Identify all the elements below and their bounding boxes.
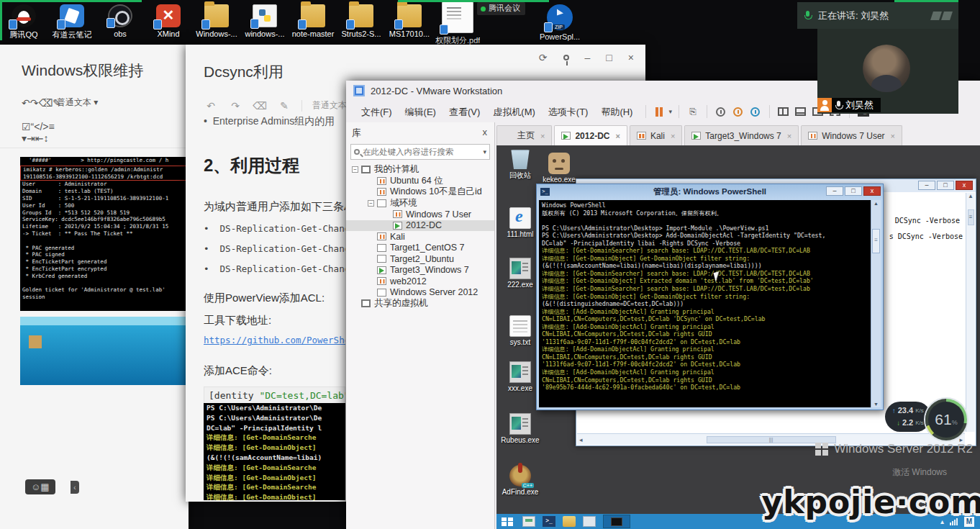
- keyboard-icon[interactable]: ▦: [40, 481, 49, 492]
- redo-icon[interactable]: ↷: [30, 97, 39, 109]
- vm-tab[interactable]: Target3_Windows 7 ×: [684, 125, 799, 145]
- library-tree-item[interactable]: web2012: [346, 276, 494, 287]
- menu-item[interactable]: 帮助(H): [594, 104, 639, 120]
- desktop-icon[interactable]: obs: [98, 4, 142, 38]
- powershell-titlebar[interactable]: >_ 管理员: Windows PowerShell – □ x: [537, 184, 883, 199]
- powershell-window[interactable]: >_ 管理员: Windows PowerShell – □ x Windows…: [536, 184, 884, 410]
- show-library-icon[interactable]: [776, 105, 791, 118]
- library-tree-item[interactable]: Ubuntu 64 位: [346, 176, 494, 187]
- desktop-icon[interactable]: 有道云笔记: [50, 4, 94, 40]
- library-tree-item[interactable]: − 域环境: [346, 198, 494, 209]
- tree-toggle-icon[interactable]: −: [352, 166, 358, 173]
- start-button[interactable]: [499, 516, 515, 528]
- vm-screen[interactable]: 回收站 kekeo.exe 111.html 222.exe: [496, 145, 980, 529]
- pause-vm-button[interactable]: [653, 105, 666, 119]
- maximize-icon[interactable]: □: [845, 186, 862, 196]
- meeting-running-badge[interactable]: 腾讯会议: [477, 2, 525, 15]
- close-icon[interactable]: x: [863, 186, 881, 196]
- code-icon[interactable]: </>: [34, 121, 48, 132]
- console-view-icon[interactable]: [794, 105, 808, 118]
- server-manager-icon[interactable]: [522, 516, 535, 527]
- undo-icon[interactable]: ↶: [22, 97, 30, 109]
- net-speed-badge[interactable]: ↑23.4K/s ↓2.2K/s: [885, 402, 931, 432]
- tab-close-icon[interactable]: ×: [615, 132, 620, 140]
- vm-tab[interactable]: 2012-DC ×: [554, 125, 627, 145]
- desktop-icon[interactable]: windows-...: [242, 4, 287, 38]
- desktop-icon[interactable]: 权限划分.pdf: [435, 4, 480, 46]
- library-tree-item[interactable]: 共享的虚拟机: [346, 298, 494, 309]
- close-icon[interactable]: x: [956, 181, 973, 190]
- menu-item[interactable]: 选项卡(T): [542, 104, 595, 120]
- eraser-icon[interactable]: ⌫: [253, 100, 267, 112]
- paragraph-style-select[interactable]: 普通文本 ▾: [57, 96, 98, 109]
- library-tree-item[interactable]: Windows 7 User: [346, 209, 494, 220]
- library-tree-item[interactable]: Target2_Ubuntu: [346, 253, 494, 265]
- library-tree-item[interactable]: Windows 10不是自己id: [346, 186, 494, 198]
- vm-desktop-icon[interactable]: 222.exe: [501, 258, 540, 289]
- library-tree-item[interactable]: Windows Server 2012: [346, 287, 494, 299]
- vm-desktop-icon[interactable]: AdFind.exe: [501, 465, 540, 496]
- pause-dropdown-icon[interactable]: ▾: [668, 108, 672, 115]
- library-tree-item[interactable]: Target1_CentOS 7: [346, 243, 494, 254]
- window-app-icon[interactable]: [583, 516, 596, 527]
- minimize-icon[interactable]: –: [585, 52, 591, 63]
- library-tree-item[interactable]: − 我的计算机: [346, 164, 494, 176]
- outdent-icon[interactable]: ⇤: [35, 132, 44, 144]
- pin-icon[interactable]: [563, 55, 569, 60]
- menu-item[interactable]: 文件(F): [355, 104, 399, 120]
- maximize-icon[interactable]: □: [937, 181, 954, 190]
- vm-desktop-icon[interactable]: 111.html: [501, 207, 540, 238]
- minimize-icon[interactable]: –: [826, 186, 843, 196]
- menu-item[interactable]: 查看(V): [443, 104, 486, 120]
- vm-desktop-icon[interactable]: kekeo.exe: [540, 153, 579, 184]
- snapshot-take-icon[interactable]: [714, 105, 728, 118]
- library-tree-item[interactable]: Target3_Windows 7: [346, 265, 494, 276]
- file-explorer-icon[interactable]: [563, 516, 576, 527]
- snapshot-revert-icon[interactable]: [731, 105, 745, 118]
- desktop-icon[interactable]: Windows-...: [194, 4, 239, 38]
- tab-close-icon[interactable]: ×: [891, 132, 895, 140]
- desktop-icon[interactable]: Struts2-S...: [339, 4, 384, 38]
- ctrl-alt-del-icon[interactable]: ⎘: [686, 105, 700, 118]
- snapshot-manager-icon[interactable]: [748, 105, 763, 118]
- library-tree-item[interactable]: Kali: [346, 231, 494, 243]
- undo-icon[interactable]: ↶: [204, 100, 218, 112]
- vm-tab[interactable]: Windows 7 User ×: [801, 125, 902, 145]
- tree-toggle-icon[interactable]: −: [368, 200, 374, 207]
- library-search[interactable]: ▾: [350, 144, 490, 160]
- search-dropdown-icon[interactable]: ▾: [483, 148, 486, 155]
- desktop-icon[interactable]: MS17010...: [387, 4, 432, 38]
- call-speaking-bar[interactable]: 正在讲话: 刘昊然: [797, 2, 958, 29]
- collapse-chevron-icon[interactable]: ‹: [71, 481, 79, 494]
- tab-close-icon[interactable]: ×: [540, 132, 545, 140]
- checkbox-icon[interactable]: ☑: [22, 121, 31, 132]
- desktop-icon[interactable]: 腾讯QQ: [1, 4, 46, 40]
- sync-icon[interactable]: ⟳: [539, 52, 548, 63]
- desktop-icon[interactable]: XMind: [146, 4, 191, 38]
- powershell-console[interactable]: Windows PowerShell版权所有 (C) 2013 Microsof…: [539, 200, 871, 407]
- desktop-icon[interactable]: PowerSpl...: [537, 4, 582, 41]
- menu-item[interactable]: 虚拟机(M): [486, 104, 542, 120]
- vm-tab[interactable]: 主页 ×: [496, 125, 552, 145]
- vm-desktop-icon[interactable]: Rubeus.exe: [501, 413, 540, 444]
- library-close-icon[interactable]: x: [483, 127, 488, 140]
- cpu-usage-circle[interactable]: 61%: [925, 399, 967, 440]
- library-search-input[interactable]: [363, 148, 480, 156]
- tab-close-icon[interactable]: ×: [671, 132, 675, 140]
- vm-tab[interactable]: Kali ×: [630, 125, 682, 145]
- format-painter-icon[interactable]: ✎: [277, 100, 291, 112]
- maximize-icon[interactable]: □: [606, 52, 612, 63]
- menu-item[interactable]: 编辑(E): [399, 104, 443, 120]
- desktop-icon[interactable]: note-master: [291, 4, 335, 38]
- powershell-taskbar-icon[interactable]: >_: [543, 516, 555, 527]
- minimize-icon[interactable]: –: [918, 181, 935, 190]
- vm-desktop-icon[interactable]: 回收站: [501, 148, 540, 181]
- close-icon[interactable]: ×: [628, 52, 634, 63]
- vertical-scrollbar[interactable]: ▲≡▼: [871, 200, 881, 407]
- line-spacing-icon[interactable]: ↕: [44, 132, 49, 144]
- call-video-tile[interactable]: 刘昊然: [817, 29, 958, 114]
- vm-desktop-icon[interactable]: xxx.exe: [501, 361, 540, 392]
- tab-close-icon[interactable]: ×: [787, 132, 791, 140]
- vm-desktop-icon[interactable]: sys.txt: [501, 315, 540, 346]
- active-console-task-button[interactable]: [603, 515, 630, 528]
